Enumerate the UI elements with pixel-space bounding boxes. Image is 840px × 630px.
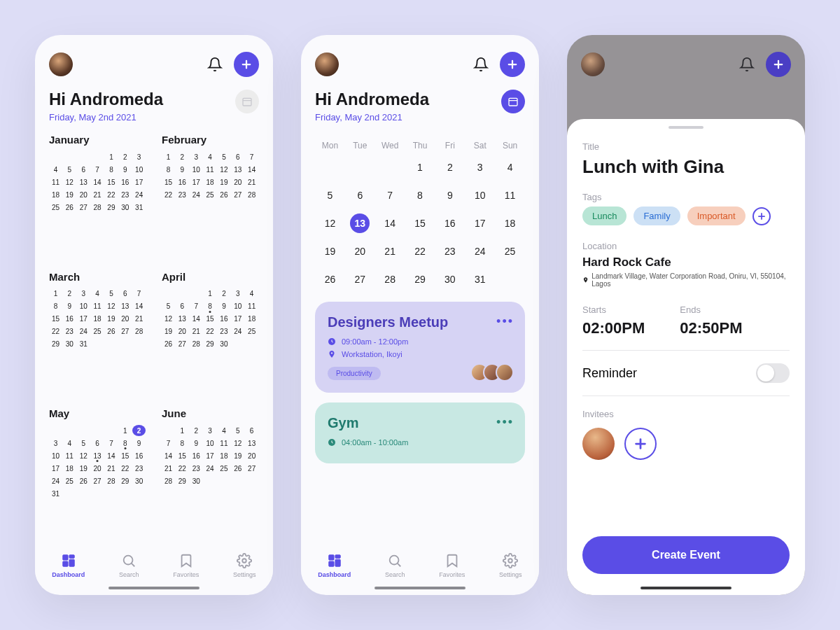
day-cell[interactable]: 30 xyxy=(63,339,76,350)
day-cell[interactable]: 29 xyxy=(118,475,132,486)
day-cell[interactable]: 25 xyxy=(63,475,76,486)
day-cell[interactable]: 20 xyxy=(176,326,189,337)
day-cell[interactable]: 27 xyxy=(231,189,244,200)
day-cell[interactable]: 5 xyxy=(315,181,345,209)
day-cell[interactable]: 13 xyxy=(231,164,244,175)
home-indicator[interactable] xyxy=(374,587,465,589)
day-cell[interactable]: 9 xyxy=(132,438,146,449)
reminder-toggle[interactable] xyxy=(756,363,790,383)
day-cell[interactable]: 9 xyxy=(118,164,132,175)
day-cell[interactable]: 10 xyxy=(49,450,62,461)
day-cell[interactable]: 16 xyxy=(132,450,146,461)
day-cell[interactable]: 13 xyxy=(176,314,189,325)
day-cell[interactable]: 5 xyxy=(77,438,90,449)
nav-favorites[interactable]: Favorites xyxy=(173,553,199,578)
day-cell[interactable]: 24 xyxy=(49,475,62,486)
day-cell[interactable]: 12 xyxy=(104,301,118,312)
location-name[interactable]: Hard Rock Cafe xyxy=(582,255,790,270)
day-cell[interactable]: 8 xyxy=(104,164,118,175)
day-cell[interactable]: 8 xyxy=(162,164,175,175)
day-cell[interactable]: 19 xyxy=(162,326,175,337)
bell-icon[interactable] xyxy=(739,57,755,72)
day-cell[interactable]: 10 xyxy=(231,301,244,312)
day-cell[interactable]: 15 xyxy=(162,176,175,188)
day-cell[interactable]: 7 xyxy=(245,151,258,162)
day-cell[interactable]: 27 xyxy=(91,475,104,486)
attendees[interactable] xyxy=(476,363,514,382)
day-cell[interactable]: 25 xyxy=(217,463,230,474)
day-cell[interactable]: 17 xyxy=(190,176,203,188)
day-cell[interactable]: 11 xyxy=(63,450,76,461)
month-block[interactable]: June123456789101112131415161718192021222… xyxy=(162,407,259,545)
day-cell[interactable]: 9 xyxy=(63,301,76,312)
day-cell[interactable]: 31 xyxy=(49,488,62,499)
add-button[interactable] xyxy=(234,52,259,77)
day-cell[interactable]: 19 xyxy=(63,189,76,200)
day-cell[interactable]: 29 xyxy=(405,265,435,293)
day-cell[interactable]: 2 xyxy=(435,153,465,181)
day-cell[interactable]: 2 xyxy=(176,151,189,162)
month-block[interactable]: May1234567891011121314151617181920212223… xyxy=(49,407,146,545)
day-cell[interactable]: 26 xyxy=(63,202,76,213)
avatar[interactable] xyxy=(581,52,605,76)
day-cell[interactable]: 3 xyxy=(465,153,495,181)
day-cell[interactable]: 23 xyxy=(190,463,203,474)
day-cell[interactable]: 4 xyxy=(63,438,76,449)
day-cell[interactable]: 26 xyxy=(104,326,118,337)
day-cell[interactable]: 20 xyxy=(245,450,258,461)
event-card-designers-meetup[interactable]: ••• Designers Meetup 09:00am - 12:00pm W… xyxy=(315,302,525,393)
day-cell[interactable]: 28 xyxy=(91,202,104,213)
day-cell[interactable]: 17 xyxy=(204,450,217,461)
day-cell[interactable]: 28 xyxy=(245,189,258,200)
day-cell[interactable]: 15 xyxy=(405,209,435,237)
nav-favorites[interactable]: Favorites xyxy=(439,553,465,578)
day-cell[interactable]: 28 xyxy=(132,326,146,337)
month-block[interactable]: March12345678910111213141516171819202122… xyxy=(49,271,146,396)
day-cell[interactable]: 15 xyxy=(204,314,217,325)
day-cell[interactable]: 5 xyxy=(63,164,76,175)
day-cell[interactable]: 2 xyxy=(63,288,76,300)
day-cell[interactable]: 20 xyxy=(231,176,244,188)
day-cell[interactable]: 11 xyxy=(217,438,230,449)
day-cell[interactable]: 3 xyxy=(231,288,244,300)
day-cell[interactable]: 22 xyxy=(49,326,62,337)
month-block[interactable]: February12345678910111213141516171819202… xyxy=(162,134,259,258)
nav-dashboard[interactable]: Dashboard xyxy=(318,553,351,578)
day-cell[interactable]: 23 xyxy=(132,463,146,474)
day-cell[interactable]: 19 xyxy=(315,237,345,265)
sheet-grabber[interactable] xyxy=(668,126,704,129)
tag-important[interactable]: Important xyxy=(687,206,746,225)
day-cell[interactable]: 11 xyxy=(204,164,217,175)
day-cell[interactable]: 6 xyxy=(118,288,132,300)
day-cell[interactable]: 13 xyxy=(345,209,375,237)
start-time[interactable]: Starts 02:00PM xyxy=(582,304,645,337)
day-cell[interactable]: 3 xyxy=(132,151,146,162)
day-cell[interactable]: 3 xyxy=(190,151,203,162)
event-card-gym[interactable]: ••• Gym 04:00am - 10:00am xyxy=(315,402,525,463)
day-cell[interactable]: 14 xyxy=(190,314,203,325)
day-cell[interactable]: 30 xyxy=(118,202,132,213)
day-cell[interactable]: 24 xyxy=(132,189,146,200)
day-cell[interactable]: 31 xyxy=(77,339,90,350)
day-cell[interactable]: 5 xyxy=(217,151,230,162)
nav-settings[interactable]: Settings xyxy=(499,553,522,578)
day-cell[interactable]: 8 xyxy=(118,438,132,449)
day-cell[interactable]: 18 xyxy=(63,463,76,474)
day-cell[interactable]: 12 xyxy=(162,314,175,325)
day-cell[interactable]: 6 xyxy=(245,425,258,436)
day-cell[interactable]: 6 xyxy=(77,164,90,175)
day-cell[interactable]: 10 xyxy=(204,438,217,449)
day-cell[interactable]: 24 xyxy=(465,237,495,265)
day-cell[interactable]: 20 xyxy=(345,237,375,265)
day-cell[interactable]: 24 xyxy=(190,189,203,200)
day-cell[interactable]: 25 xyxy=(495,237,525,265)
day-cell[interactable]: 21 xyxy=(245,176,258,188)
add-invitee-button[interactable] xyxy=(624,428,657,460)
day-cell[interactable]: 26 xyxy=(77,475,90,486)
day-cell[interactable]: 4 xyxy=(204,151,217,162)
calendar-view-toggle[interactable] xyxy=(501,90,525,113)
month-block[interactable]: April12345678910111213141516171819202122… xyxy=(162,271,259,396)
day-cell[interactable]: 6 xyxy=(231,151,244,162)
day-cell[interactable]: 7 xyxy=(162,438,175,449)
day-cell[interactable]: 7 xyxy=(104,438,118,449)
